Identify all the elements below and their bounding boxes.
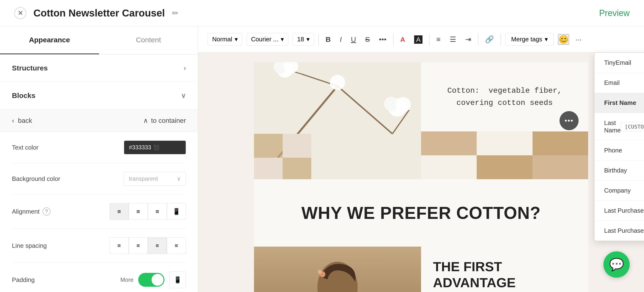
merge-item-firstname-label: First Name — [604, 99, 636, 107]
tab-content[interactable]: Content — [99, 26, 198, 54]
emoji-button[interactable]: 😊 — [558, 34, 569, 45]
lady-svg — [254, 247, 421, 292]
tabs: Appearance Content — [0, 26, 198, 55]
toolbar-divider-1 — [318, 34, 319, 45]
underline-button[interactable]: U — [348, 34, 358, 45]
list-button[interactable]: ☰ — [447, 33, 458, 45]
header: ✕ Cotton Newsletter Carousel ✏ Preview — [0, 0, 644, 26]
more-toolbar-button[interactable]: ··· — [573, 34, 584, 45]
strikethrough-button[interactable]: S — [363, 34, 372, 45]
back-left[interactable]: ‹ back — [12, 117, 32, 125]
text-color-label: Text color — [12, 144, 38, 151]
bg-color-row: Background color transparent ∨ — [12, 163, 186, 194]
alignment-buttons: ≡ ≡ ≡ 📱 — [110, 203, 186, 220]
hero-image-container — [254, 62, 421, 179]
svg-rect-13 — [254, 134, 282, 158]
back-label: back — [18, 117, 32, 125]
link-button[interactable]: 🔗 — [483, 33, 496, 45]
italic-button[interactable]: I — [338, 34, 344, 45]
toolbar-divider-5 — [500, 34, 501, 45]
padding-mobile-button[interactable]: 📱 — [169, 271, 186, 288]
merge-item-company[interactable]: Company — [594, 181, 644, 201]
bg-color-input[interactable]: transparent ∨ — [124, 172, 186, 186]
merge-item-email[interactable]: Email — [594, 73, 644, 93]
close-button[interactable]: ✕ — [14, 7, 26, 19]
line-spacing-buttons: ≡ ≡ ≡ ≡ — [110, 237, 186, 254]
merge-item-last-purchase-price[interactable]: Last Purchase Price — [594, 221, 644, 241]
svg-point-20 — [318, 270, 322, 274]
align-left-button[interactable]: ≡ — [110, 203, 129, 220]
text-color-button[interactable]: A — [398, 34, 408, 45]
merge-item-email-label: Email — [604, 79, 620, 87]
edit-icon[interactable]: ✏ — [172, 9, 178, 18]
merge-item-last-purchase-order[interactable]: Last Purchase Order — [594, 201, 644, 221]
merge-tags-button[interactable]: Merge tags ▾ — [505, 33, 554, 46]
align-mobile-button[interactable]: 📱 — [167, 203, 186, 220]
text-color-a-icon: A — [400, 36, 405, 43]
merge-item-last-purchase-order-label: Last Purchase Order — [604, 207, 644, 214]
mosaic-2 — [477, 131, 532, 155]
text-color-value: #333333 — [129, 144, 151, 151]
color-picker-icon: ⬛ — [154, 145, 160, 150]
align-button[interactable]: ≡ — [434, 34, 443, 45]
close-icon: ✕ — [18, 9, 23, 17]
merge-item-phone[interactable]: Phone — [594, 141, 644, 161]
merge-tags-label: Merge tags — [511, 36, 542, 43]
toolbar-divider-3 — [429, 34, 430, 45]
merge-item-birthday[interactable]: Birthday — [594, 161, 644, 181]
merge-item-birthday-label: Birthday — [604, 167, 627, 174]
blocks-arrow-icon: ∨ — [181, 92, 186, 100]
merge-item-lastname-label: Last Name — [604, 119, 620, 134]
line-spacing-label: Line spacing — [12, 242, 47, 249]
tab-appearance[interactable]: Appearance — [0, 26, 99, 54]
more-dots-icon: ••• — [564, 117, 574, 125]
indent-button[interactable]: ⇥ — [463, 33, 474, 45]
mosaic-5 — [477, 155, 532, 179]
to-container[interactable]: ∧ to container — [143, 117, 186, 125]
blocks-label: Blocks — [12, 92, 35, 100]
font-family-select[interactable]: Courier ... ▾ — [246, 33, 288, 46]
merge-item-tinyemail[interactable]: TinyEmail — [594, 53, 644, 73]
merge-tags-dropdown: TinyEmail Email First Name Last Name [CU… — [594, 53, 644, 241]
bg-color-value: transparent — [129, 175, 158, 182]
font-family-value: Courier ... — [251, 36, 278, 43]
hero-cotton-img — [254, 62, 421, 179]
settings-section: Text color #333333 ⬛ Background color tr… — [0, 132, 198, 292]
to-container-label: to container — [151, 117, 186, 125]
spacing-btn-1[interactable]: ≡ — [110, 237, 129, 254]
to-container-arrow-icon: ∧ — [143, 117, 148, 125]
bold-button[interactable]: B — [323, 34, 333, 45]
merge-item-phone-label: Phone — [604, 147, 622, 154]
padding-toggle-row: More 📱 — [120, 271, 186, 288]
email-wrapper: Cotton: vegetable fiber, covering cotton… — [254, 62, 588, 282]
back-arrow-icon: ‹ — [12, 117, 14, 125]
chat-bubble[interactable]: 💬 — [604, 251, 630, 278]
back-bar[interactable]: ‹ back ∧ to container — [0, 109, 198, 132]
padding-toggle[interactable] — [138, 273, 164, 287]
bg-color-label: Background color — [12, 175, 60, 183]
align-center-button[interactable]: ≡ — [129, 203, 148, 220]
preview-button[interactable]: Preview — [599, 8, 630, 18]
bg-color-button[interactable]: A — [412, 34, 425, 45]
structures-section[interactable]: Structures › — [0, 55, 198, 82]
spacing-btn-2[interactable]: ≡ — [129, 237, 148, 254]
font-style-select[interactable]: Normal ▾ — [208, 33, 242, 46]
more-format-button[interactable]: ••• — [377, 34, 389, 45]
blocks-section[interactable]: Blocks ∨ — [0, 82, 198, 109]
merge-tag-badge-lastname: [CUSTOMER_FIRST_NAME] — [620, 122, 644, 131]
lady-image — [254, 247, 421, 292]
font-size-select[interactable]: 18 ▾ — [293, 33, 314, 46]
merge-item-lastname[interactable]: Last Name [CUSTOMER_FIRST_NAME] — [594, 113, 644, 141]
merge-item-firstname[interactable]: First Name — [594, 93, 644, 113]
text-color-input[interactable]: #333333 ⬛ — [124, 141, 186, 154]
merge-item-company-label: Company — [604, 187, 631, 194]
spacing-btn-3[interactable]: ≡ — [148, 237, 167, 254]
advantage-title-line1: THE FIRST — [433, 258, 576, 274]
align-right-button[interactable]: ≡ — [148, 203, 167, 220]
spacing-btn-4[interactable]: ≡ — [167, 237, 186, 254]
padding-row: Padding More 📱 — [12, 263, 186, 292]
email-hero: Cotton: vegetable fiber, covering cotton… — [254, 62, 588, 179]
mosaic-4 — [421, 155, 477, 179]
email-more-button[interactable]: ••• — [560, 111, 578, 130]
padding-more-label: More — [120, 276, 134, 283]
